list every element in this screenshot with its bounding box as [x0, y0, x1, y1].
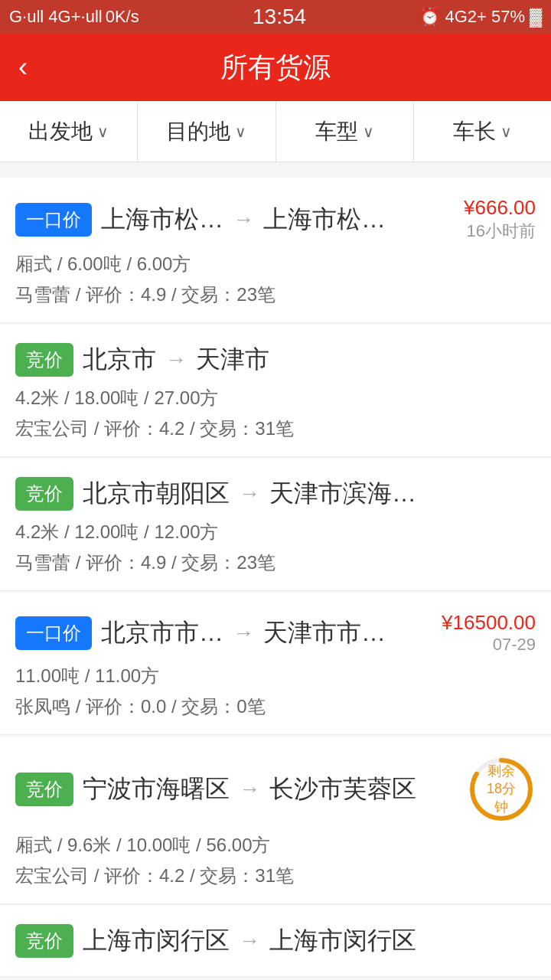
card-seller: 张凤鸣 / 评价：0.0 / 交易：0笔 — [15, 694, 536, 719]
card-route-row: 竞价 宁波市海曙区 → 长沙市芙蓉区 剩余 18分钟 — [15, 755, 536, 824]
chevron-down-icon: ∨ — [97, 122, 109, 141]
filter-vehicle-length[interactable]: 车长 ∨ — [414, 101, 551, 162]
header: ‹ 所有货源 — [0, 34, 551, 101]
route-from: 上海市闵行区 — [83, 924, 230, 958]
filter-departure[interactable]: 出发地 ∨ — [0, 101, 138, 162]
card-detail: 11.00吨 / 11.00方 — [15, 664, 536, 688]
filter-vehicle-length-label: 车长 — [453, 117, 496, 146]
chevron-down-icon: ∨ — [363, 122, 374, 141]
card-route-row: 竞价 北京市朝阳区 → 天津市滨海… — [15, 477, 536, 511]
price-time: 07-29 — [442, 635, 536, 655]
filter-departure-label: 出发地 — [28, 117, 93, 146]
chevron-down-icon: ∨ — [235, 122, 246, 141]
arrow-icon: → — [239, 929, 260, 953]
network-type: 4G2+ — [445, 7, 486, 27]
route-to: 长沙市芙蓉区 — [269, 773, 416, 806]
arrow-icon: → — [239, 777, 260, 802]
filter-bar: 出发地 ∨ 目的地 ∨ 车型 ∨ 车长 ∨ — [0, 101, 551, 162]
price-value: ¥666.00 — [464, 196, 536, 220]
arrow-icon: → — [233, 621, 254, 645]
tag-bid: 竞价 — [15, 343, 73, 377]
route-to: 天津市 — [196, 343, 269, 377]
route-to: 上海市闵行区 — [269, 924, 416, 958]
tag-fixed: 一口价 — [15, 616, 92, 650]
card-detail: 厢式 / 9.6米 / 10.00吨 / 56.00方 — [15, 833, 536, 858]
signal-text: G·ull 4G+·ull — [9, 7, 103, 27]
price-area: ¥16500.00 07-29 — [442, 611, 536, 655]
price-time: 16小时前 — [464, 220, 536, 243]
tag-bid: 竞价 — [15, 924, 73, 958]
status-right: ⏰ 4G2+ 57% ▓ — [419, 7, 542, 27]
timer-badge: 剩余 18分钟 — [467, 755, 536, 824]
filter-destination-label: 目的地 — [166, 117, 230, 146]
battery-percent: 57% — [491, 7, 525, 27]
network-speed: 0K/s — [106, 7, 139, 27]
arrow-icon: → — [233, 207, 254, 232]
cargo-card-6-partial[interactable]: 竞价 上海市闵行区 → 上海市闵行区 — [0, 906, 551, 977]
route-to: 上海市松… — [263, 203, 386, 237]
filter-vehicle-type-label: 车型 — [315, 117, 358, 146]
card-seller: 马雪蕾 / 评价：4.9 / 交易：23笔 — [15, 550, 536, 575]
cargo-card-1[interactable]: 一口价 上海市松… → 上海市松… ¥666.00 16小时前 厢式 / 6.0… — [0, 178, 551, 323]
route-from: 上海市松… — [101, 203, 223, 237]
card-route-row: 竞价 上海市闵行区 → 上海市闵行区 — [15, 924, 536, 958]
status-left: G·ull 4G+·ull 0K/s — [9, 7, 139, 27]
chevron-down-icon: ∨ — [500, 122, 512, 141]
arrow-icon: → — [239, 482, 260, 506]
timer-label: 剩余 — [487, 763, 515, 779]
cargo-card-3[interactable]: 竞价 北京市朝阳区 → 天津市滨海… 4.2米 / 12.00吨 / 12.00… — [0, 459, 551, 591]
route-from: 北京市朝阳区 — [83, 477, 230, 511]
route-from: 北京市 — [83, 343, 156, 377]
route-from: 宁波市海曙区 — [83, 773, 230, 806]
status-bar: G·ull 4G+·ull 0K/s 13:54 ⏰ 4G2+ 57% ▓ — [0, 0, 551, 34]
route-from: 北京市市… — [101, 616, 223, 650]
card-seller: 宏宝公司 / 评价：4.2 / 交易：31笔 — [15, 416, 536, 441]
battery-icon: ▓ — [530, 7, 542, 27]
tag-bid: 竞价 — [15, 773, 73, 806]
cargo-card-4[interactable]: 一口价 北京市市… → 天津市市… ¥16500.00 07-29 11.00吨… — [0, 593, 551, 735]
timer-value: 18分钟 — [487, 781, 516, 814]
back-button[interactable]: ‹ — [18, 51, 28, 83]
route-to: 天津市市… — [263, 616, 386, 650]
card-detail: 厢式 / 6.00吨 / 6.00方 — [15, 252, 536, 276]
card-seller: 宏宝公司 / 评价：4.2 / 交易：31笔 — [15, 864, 536, 888]
card-seller: 马雪蕾 / 评价：4.9 / 交易：23笔 — [15, 283, 536, 307]
tag-fixed: 一口价 — [15, 203, 92, 237]
page-title: 所有货源 — [220, 49, 331, 87]
card-route-row: 一口价 北京市市… → 天津市市… ¥16500.00 07-29 — [15, 611, 536, 655]
cargo-card-5[interactable]: 竞价 宁波市海曙区 → 长沙市芙蓉区 剩余 18分钟 厢式 / 9.6米 / 1… — [0, 737, 551, 904]
card-route-row: 竞价 北京市 → 天津市 — [15, 343, 536, 377]
card-detail: 4.2米 / 18.00吨 / 27.00方 — [15, 386, 536, 410]
status-time: 13:54 — [253, 5, 306, 29]
card-route-row: 一口价 上海市松… → 上海市松… ¥666.00 16小时前 — [15, 196, 536, 243]
timer-text: 剩余 18分钟 — [484, 763, 519, 816]
price-area: ¥666.00 16小时前 — [464, 196, 536, 243]
tag-bid: 竞价 — [15, 477, 73, 511]
route-to: 天津市滨海… — [269, 477, 416, 511]
cargo-card-2[interactable]: 竞价 北京市 → 天津市 4.2米 / 18.00吨 / 27.00方 宏宝公司… — [0, 325, 551, 457]
card-detail: 4.2米 / 12.00吨 / 12.00方 — [15, 520, 536, 544]
alarm-icon: ⏰ — [419, 7, 440, 27]
arrow-icon: → — [165, 348, 187, 372]
spacer — [0, 162, 551, 178]
filter-vehicle-type[interactable]: 车型 ∨ — [276, 101, 414, 162]
filter-destination[interactable]: 目的地 ∨ — [138, 101, 276, 162]
price-value: ¥16500.00 — [442, 611, 536, 635]
